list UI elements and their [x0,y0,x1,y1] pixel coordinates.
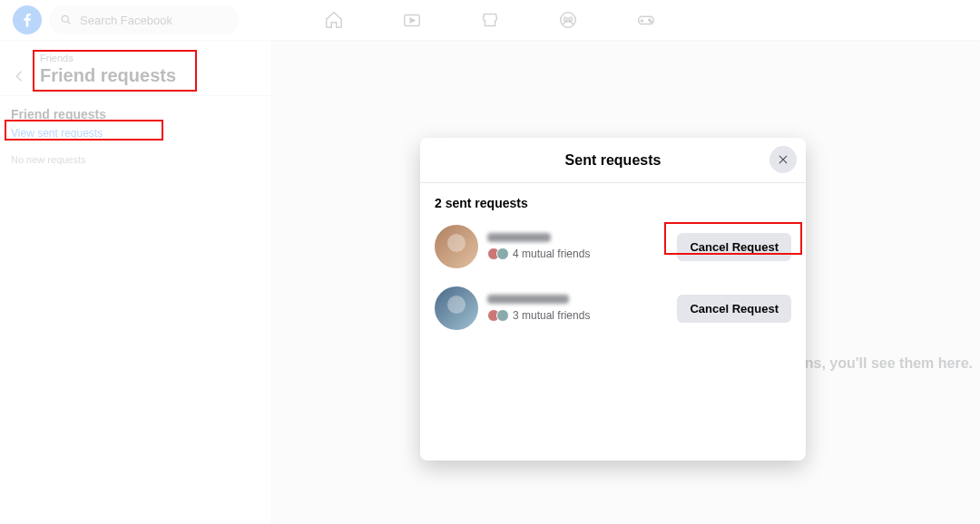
avatar[interactable] [435,286,478,330]
cancel-request-button[interactable]: Cancel Request [677,233,791,261]
search-placeholder: Search Facebook [80,14,172,27]
search-input[interactable]: Search Facebook [49,5,240,34]
background-empty-state-text: ns, you'll see them here. [805,355,973,372]
svg-point-3 [561,13,576,28]
dialog-header: Sent requests [420,138,806,183]
top-nav: Search Facebook [0,0,980,40]
facebook-logo[interactable] [13,5,42,34]
facebook-logo-icon [18,11,36,29]
sent-request-row: 4 mutual friends Cancel Request [420,219,806,281]
svg-point-0 [62,15,68,22]
user-name-redacted[interactable] [487,295,569,304]
marketplace-icon[interactable] [480,10,500,30]
sidebar: Friends Friend requests Friend requests … [0,40,272,524]
no-new-requests-text: No new requests [0,145,271,174]
avatar[interactable] [435,225,478,268]
center-nav [324,0,656,40]
mutual-friends-text: 3 mutual friends [513,309,590,322]
breadcrumb[interactable]: Friends [40,53,260,63]
arrow-left-icon [12,68,28,84]
mutual-avatars-icon [487,247,509,260]
svg-point-4 [564,17,567,21]
sent-request-row: 3 mutual friends Cancel Request [420,281,806,343]
mutual-friends[interactable]: 4 mutual friends [487,247,668,260]
sent-count-label: 2 sent requests [420,183,806,219]
mutual-avatars-icon [487,309,509,322]
mutual-friends[interactable]: 3 mutual friends [487,309,668,322]
request-info: 4 mutual friends [487,233,668,260]
close-icon [777,153,789,166]
dialog-title: Sent requests [565,152,662,169]
user-name-redacted[interactable] [487,233,551,242]
back-button[interactable] [11,67,29,85]
gaming-icon[interactable] [636,10,656,30]
home-icon[interactable] [324,10,344,30]
svg-point-5 [569,17,573,21]
request-info: 3 mutual friends [487,295,668,322]
sidebar-header: Friends Friend requests [0,47,271,96]
close-button[interactable] [769,146,797,173]
svg-point-7 [649,19,651,21]
section-title: Friend requests [0,96,271,125]
mutual-friends-text: 4 mutual friends [513,247,590,260]
view-sent-requests-link[interactable]: View sent requests [0,125,271,145]
watch-icon[interactable] [402,10,422,30]
svg-point-8 [651,21,652,23]
search-icon [60,14,73,26]
page-title: Friend requests [40,65,260,86]
sent-requests-dialog: Sent requests 2 sent requests 4 mutual f… [420,138,806,461]
svg-line-1 [68,22,71,24]
cancel-request-button[interactable]: Cancel Request [677,295,791,323]
groups-icon[interactable] [558,10,578,30]
